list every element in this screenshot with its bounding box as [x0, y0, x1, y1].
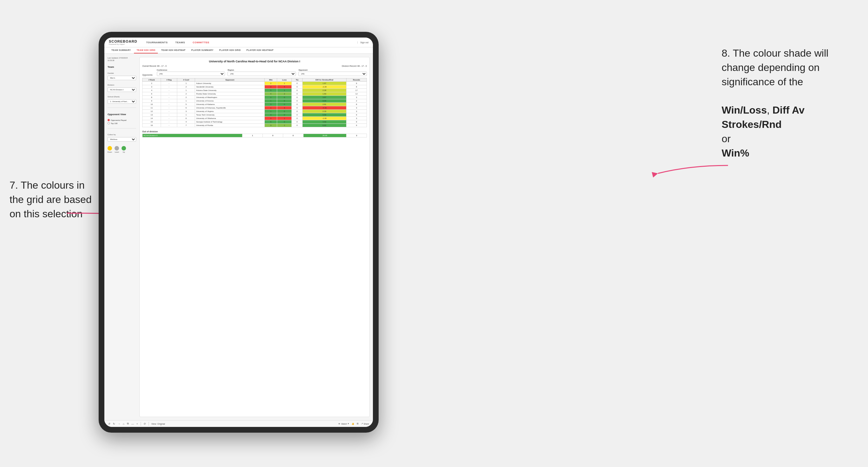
out-table: NCAA Division II10026.003 [142, 134, 367, 137]
home-icon[interactable]: ⌂ [123, 423, 124, 425]
out-label: Out of division [142, 130, 367, 133]
col-diff: Diff Av Strokes/Rnd [303, 78, 346, 82]
table-row: 15-4Georgia Institute of Technology5004.… [143, 120, 367, 124]
table-row: 3-2Vanderbilt University040-2.298 [143, 85, 367, 89]
forward-icon[interactable]: → [118, 423, 120, 425]
sign-out-link[interactable]: Sign out [357, 41, 368, 43]
conference-filter-label: Conference [157, 69, 225, 71]
table-row: 9-1University of Arizona1009.002 [143, 99, 367, 103]
table-row: 12-3University of Virginia1002.333 [143, 110, 367, 113]
region-filter-label: Region [227, 69, 296, 71]
out-of-division: Out of division NCAA Division II10026.00… [142, 130, 367, 137]
division-label: Division [107, 84, 136, 86]
grid-icon: ⊞ [357, 423, 359, 425]
nav-tournaments[interactable]: TOURNAMENTS [145, 40, 169, 45]
grid-title: University of North Carolina Head-to-Hea… [142, 60, 367, 63]
table-row: 4-1Arizona State University5102.2817 [143, 89, 367, 92]
table-row: 14-6University of Oklahoma010-1.003 [143, 117, 367, 120]
nav-bar: SCOREBOARD Powered by clippd TOURNAMENTS… [104, 37, 373, 48]
nav-teams[interactable]: TEAMS [174, 40, 186, 45]
table-row: 10-5University of Alabama3002.618 [143, 103, 367, 106]
grid-btn[interactable]: ⊞ [357, 423, 359, 425]
opponent-filter-label: Opponent [299, 69, 367, 71]
tablet-frame: SCOREBOARD Powered by clippd TOURNAMENTS… [99, 32, 379, 433]
opponent-select[interactable]: (All) [299, 71, 367, 76]
filter-section: Opponents: Conference (All) Region (All) [142, 69, 367, 76]
col-rounds: Rounds [346, 78, 367, 82]
legend-row: Down Level Up [107, 146, 136, 153]
radio-opponents-played[interactable]: Opponents Played [107, 119, 136, 121]
nav-committee[interactable]: COMMITTEE [191, 40, 211, 45]
tab-player-h2h-grid[interactable]: PLAYER H2H GRID [217, 48, 243, 54]
toolbar-sep2 [149, 422, 149, 426]
logo-text: SCOREBOARD [109, 39, 137, 43]
tab-player-summary[interactable]: PLAYER SUMMARY [189, 48, 216, 54]
tab-team-h2h-grid[interactable]: TEAM H2H GRID [134, 48, 158, 54]
col-reg: # Reg [161, 78, 177, 82]
col-conf: # Conf [177, 78, 195, 82]
sidebar: Last Updated: 27/03/2024 16:55:38 Team G… [107, 57, 136, 417]
division-select[interactable]: NCAA Division I [107, 88, 136, 92]
school-label: School (Rank) [107, 96, 136, 98]
clock-icon[interactable]: ⏱ [144, 423, 146, 425]
logo-area: SCOREBOARD Powered by clippd [109, 39, 137, 45]
legend-circle-level [115, 146, 119, 151]
school-select[interactable]: 1. University of Nort... [107, 99, 136, 104]
colour-by-label: Colour by [107, 134, 136, 135]
grid-area: University of North Carolina Head-to-Hea… [140, 57, 370, 417]
radio-group: Opponents Played Top 100 [107, 119, 136, 124]
thumbs-btn[interactable]: 👍 [351, 423, 354, 425]
redo-icon[interactable]: ↻ [113, 423, 115, 425]
conference-filter: Conference (All) [157, 69, 225, 76]
dash-icon[interactable]: — [131, 423, 134, 425]
col-rank: # Rank [143, 78, 161, 82]
out-table-row: NCAA Division II10026.003 [143, 134, 367, 137]
opponent-view-title: Opponent View [107, 113, 136, 116]
grid-record-row: Overall Record: 89 - 17 - 0 Division Rec… [142, 65, 367, 67]
opponents-label: Opponents: [142, 74, 153, 76]
plus-icon[interactable]: + [136, 423, 138, 425]
share-icon: ↗ [361, 423, 363, 425]
main-content: Last Updated: 27/03/2024 16:55:38 Team G… [104, 54, 373, 420]
tab-team-summary[interactable]: TEAM SUMMARY [109, 48, 133, 54]
legend-circle-up [122, 146, 126, 151]
region-filter: Region (All) [227, 69, 296, 76]
right-arrow [652, 156, 731, 181]
table-row: 16-7University of Florida3106.629 [143, 124, 367, 127]
watch-chevron: ▾ [348, 423, 349, 425]
radio-top100[interactable]: Top 100 [107, 122, 136, 124]
legend-down: Down [107, 146, 112, 153]
toolbar-right: 👁 Watch ▾ 👍 ⊞ ↗ Share [338, 423, 369, 425]
col-win: Win [265, 78, 277, 82]
view-label: View: Original [151, 423, 165, 425]
toolbar-view: View: Original [151, 423, 165, 425]
table-row: 11-6University of Arkansas, Fayetteville… [143, 106, 367, 110]
tab-player-h2h-heatmap[interactable]: PLAYER H2H HEATMAP [244, 48, 276, 54]
tablet-screen: SCOREBOARD Powered by clippd TOURNAMENTS… [104, 37, 373, 427]
table-row: 13-1Texas Tech University3005.569 [143, 113, 367, 117]
radio-dot-unselected [107, 122, 110, 124]
region-select[interactable]: (All) [227, 71, 296, 76]
colour-by-select[interactable]: Win/loss [107, 137, 136, 142]
gender-label: Gender [107, 72, 136, 74]
col-tie: Tie [292, 78, 303, 82]
toolbar-sep1 [141, 422, 141, 426]
thumbs-icon: 👍 [351, 423, 354, 425]
watch-icon: 👁 [338, 423, 340, 425]
team-section-title: Team [107, 65, 136, 68]
undo-icon[interactable]: ↺ [108, 423, 111, 425]
conference-select[interactable]: (All) [157, 71, 225, 76]
share-btn[interactable]: ↗ Share [361, 423, 369, 425]
table-row: 2-1Auburn University2101.679 [143, 82, 367, 85]
col-loss: Loss [277, 78, 292, 82]
copy-icon[interactable]: ⧉ [127, 422, 129, 425]
data-table: # Rank # Reg # Conf Opponent Win Loss Ti… [142, 78, 367, 127]
sub-nav: TEAM SUMMARY TEAM H2H GRID TEAM H2H HEAT… [104, 48, 373, 54]
legend-circle-down [107, 146, 112, 151]
watch-btn[interactable]: 👁 Watch ▾ [338, 423, 349, 425]
table-row: 6-2Florida State University4201.8312 [143, 92, 367, 96]
gender-select[interactable]: Men's [107, 76, 136, 80]
tab-team-h2h-heatmap[interactable]: TEAM H2H HEATMAP [158, 48, 188, 54]
legend-up: Up [122, 146, 126, 153]
table-row: 8-2University of Washington1003.673 [143, 96, 367, 99]
